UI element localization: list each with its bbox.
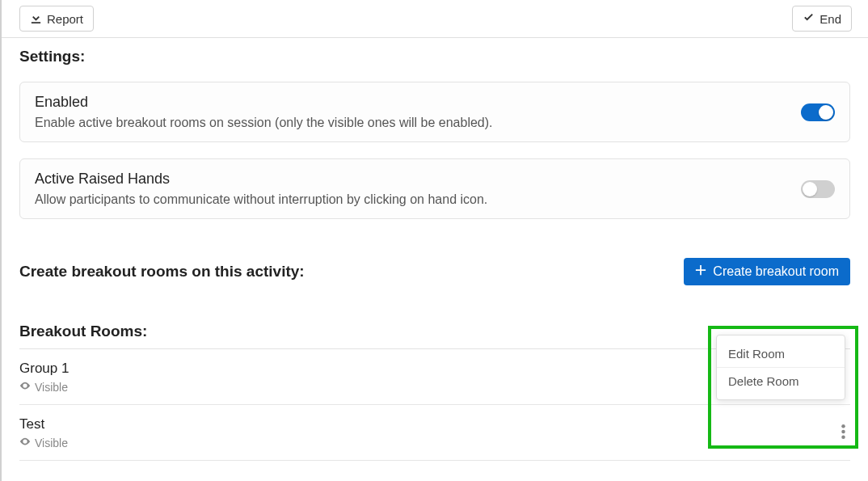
- settings-heading: Settings:: [19, 48, 850, 65]
- edit-room-item[interactable]: Edit Room: [717, 340, 845, 367]
- create-row: Create breakout rooms on this activity: …: [19, 258, 850, 285]
- raised-hands-toggle[interactable]: [801, 180, 835, 198]
- create-button-label: Create breakout room: [713, 264, 839, 279]
- end-button[interactable]: End: [792, 6, 852, 32]
- svg-point-4: [841, 430, 845, 434]
- svg-point-5: [841, 436, 845, 440]
- room-row: Test Visible: [19, 405, 850, 461]
- toolbar: Report End: [2, 0, 868, 38]
- download-icon: [30, 11, 42, 26]
- plus-icon: [695, 264, 706, 279]
- end-label: End: [820, 12, 841, 26]
- enabled-toggle[interactable]: [801, 103, 835, 121]
- create-breakout-room-button[interactable]: Create breakout room: [684, 258, 850, 285]
- eye-icon: [19, 380, 31, 394]
- svg-point-3: [841, 424, 845, 428]
- report-button[interactable]: Report: [19, 6, 94, 32]
- setting-desc: Enable active breakout rooms on session …: [35, 116, 493, 130]
- room-visibility: Visible: [19, 436, 68, 449]
- create-heading: Create breakout rooms on this activity:: [19, 263, 305, 281]
- setting-title: Enabled: [35, 94, 493, 111]
- check-icon: [803, 11, 815, 26]
- setting-enabled: Enabled Enable active breakout rooms on …: [19, 82, 850, 142]
- room-actions-menu: Edit Room Delete Room: [716, 335, 845, 400]
- setting-desc: Allow participants to communicate withou…: [35, 192, 487, 207]
- room-name: Group 1: [19, 361, 69, 377]
- delete-room-item[interactable]: Delete Room: [717, 367, 845, 395]
- report-label: Report: [47, 12, 83, 26]
- eye-icon: [19, 436, 31, 449]
- setting-title: Active Raised Hands: [35, 171, 487, 188]
- room-actions-button[interactable]: [836, 420, 850, 447]
- room-name: Test: [19, 416, 68, 432]
- room-visibility: Visible: [19, 380, 68, 394]
- setting-raised-hands: Active Raised Hands Allow participants t…: [19, 158, 850, 219]
